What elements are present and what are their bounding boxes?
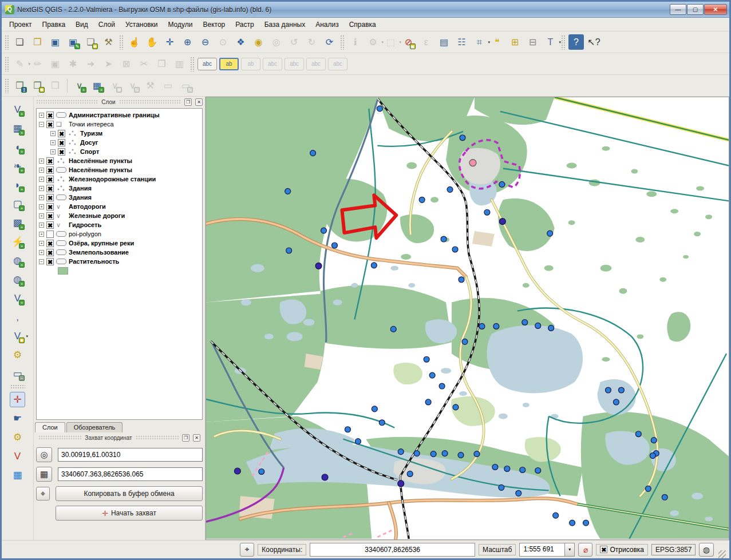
tree-expander[interactable]: + xyxy=(50,140,56,145)
dock-tab-1[interactable]: Слои xyxy=(35,422,65,432)
layer-item[interactable]: +✖Железнодорожные станции xyxy=(38,174,201,184)
tree-expander[interactable]: + xyxy=(50,149,56,154)
layer-item[interactable]: +✖Здания xyxy=(38,193,201,202)
zoom-out-icon[interactable]: ⊖ xyxy=(197,34,213,50)
layer-visibility-checkbox[interactable]: ✖ xyxy=(46,157,54,165)
toolbar-handle[interactable] xyxy=(190,57,195,72)
layer-visibility-checkbox[interactable]: ✖ xyxy=(46,212,54,220)
tree-expander[interactable]: + xyxy=(39,232,44,237)
menu-3[interactable]: Вид xyxy=(70,19,93,30)
zoom-in-icon[interactable]: ⊕ xyxy=(180,34,195,50)
new-raster-layer-icon[interactable]: ▦+ xyxy=(89,78,105,93)
toolbar-handle[interactable] xyxy=(340,35,345,50)
crs-status-button[interactable]: ◍ xyxy=(699,543,713,557)
remove-layer-icon[interactable]: ▭− xyxy=(10,366,25,382)
add-oracle-layer-icon[interactable]: ▢+ xyxy=(10,196,25,212)
start-capture-button[interactable]: ✛ Начать захват xyxy=(56,506,203,521)
layer-item[interactable]: −✖❏Точки интереса xyxy=(38,120,201,129)
deselect-features-icon[interactable]: ⊘▣ xyxy=(401,34,416,50)
layer-item[interactable]: +✖Озёра, крупные реки xyxy=(38,239,201,248)
layer-visibility-checkbox[interactable]: ✖ xyxy=(46,203,54,211)
float-panel-button[interactable]: ❐ xyxy=(182,434,189,442)
add-spatialite-layer-icon[interactable]: ❧+ xyxy=(10,158,25,174)
layer-label[interactable]: Здания xyxy=(69,194,92,201)
geo-coords-input[interactable] xyxy=(58,448,203,462)
composer-manager-icon[interactable]: ⚒ xyxy=(101,34,116,50)
layer-label[interactable]: Землепользование xyxy=(69,249,129,256)
topology-checker-icon[interactable]: ▦ xyxy=(10,467,25,483)
close-button[interactable]: ✕ xyxy=(704,4,727,15)
float-panel-button[interactable]: ❐ xyxy=(184,98,192,106)
add-db2-layer-icon[interactable]: ▩+ xyxy=(10,215,25,231)
layer-label[interactable]: Железные дороги xyxy=(69,212,125,219)
chevron-down-icon[interactable]: ▾ xyxy=(26,334,28,339)
help-contents-icon[interactable]: ? xyxy=(568,34,584,50)
layer-item[interactable]: +✖Здания xyxy=(38,184,201,193)
add-vector-layer-icon[interactable]: V+ xyxy=(10,102,25,117)
coordinate-capture-icon[interactable]: ✛ xyxy=(10,392,25,407)
tree-expander[interactable]: − xyxy=(39,122,44,127)
layer-item[interactable]: +✖∨Железные дороги xyxy=(38,211,201,220)
import-osm-icon[interactable]: ❒✱ xyxy=(30,78,45,93)
maximize-button[interactable]: ▢ xyxy=(687,4,704,15)
new-vector-layer-icon[interactable]: ∨+ xyxy=(72,78,87,93)
tree-expander[interactable]: + xyxy=(39,158,44,164)
layer-visibility-checkbox[interactable]: ✖ xyxy=(46,221,54,229)
layer-visibility-checkbox[interactable]: ✖ xyxy=(46,249,54,256)
tree-expander[interactable]: + xyxy=(39,186,44,191)
layer-label[interactable]: Административные границы xyxy=(69,112,160,118)
toolbar-handle[interactable] xyxy=(10,384,25,389)
text-annotation-icon[interactable]: T▾ xyxy=(543,34,558,50)
layer-item[interactable]: +✖Населённые пункты xyxy=(38,165,201,174)
add-wcs-layer-icon[interactable]: ◍+ xyxy=(10,253,25,268)
new-shapefile-layer-icon[interactable]: V✱▾ xyxy=(10,328,25,344)
layer-label[interactable]: Растительность xyxy=(69,258,119,265)
layer-item[interactable]: +✖Административные границы xyxy=(38,110,201,120)
layer-label[interactable]: Спорт xyxy=(80,148,99,155)
layer-item[interactable]: +✖Землепользование xyxy=(38,248,201,257)
show-bookmarks-icon[interactable]: ⊟ xyxy=(525,34,540,50)
layer-item[interactable]: +✖∨Автодороги xyxy=(38,202,201,211)
menu-6[interactable]: Модули xyxy=(163,19,197,30)
menu-4[interactable]: Слой xyxy=(93,19,120,30)
field-calculator-icon[interactable]: ☷ xyxy=(454,34,469,50)
tree-expander[interactable]: + xyxy=(39,241,44,246)
add-wms-layer-icon[interactable]: ⚡+ xyxy=(10,234,25,249)
tree-expander[interactable]: + xyxy=(39,213,44,219)
new-print-composer-icon[interactable]: ❏✱ xyxy=(83,34,98,50)
layer-visibility-checkbox[interactable]: ✖ xyxy=(46,166,54,174)
layer-item[interactable]: +✖Туризм xyxy=(38,129,201,138)
pan-map-icon[interactable]: ✋ xyxy=(144,34,160,50)
osm-place-search-icon[interactable]: ☛ xyxy=(10,411,25,426)
osm-edit-vector-icon[interactable]: V xyxy=(10,448,25,464)
menu-5[interactable]: Установки xyxy=(120,19,163,30)
menu-11[interactable]: Справка xyxy=(344,19,381,30)
capture-grid-button[interactable]: ▦ xyxy=(36,467,52,482)
measure-icon[interactable]: ⌗▾ xyxy=(472,34,487,50)
tree-expander[interactable]: + xyxy=(39,168,44,173)
dock-tab-2[interactable]: Обозреватель xyxy=(66,422,123,432)
layer-visibility-checkbox[interactable]: ✖ xyxy=(46,176,54,183)
capture-crs-button[interactable]: ◎ xyxy=(36,447,52,462)
epsg-button[interactable]: EPSG:3857 xyxy=(651,544,696,555)
toolbar-handle[interactable] xyxy=(119,35,124,50)
refresh-map-icon[interactable]: ⟳ xyxy=(322,34,337,50)
delimited-text-comma-icon[interactable]: , xyxy=(10,309,25,325)
layer-visibility-checkbox[interactable]: ✖ xyxy=(46,185,54,192)
layer-label[interactable]: Озёра, крупные реки xyxy=(69,240,134,247)
layer-visibility-checkbox[interactable]: ✖ xyxy=(58,148,65,156)
close-panel-button[interactable]: ✕ xyxy=(193,434,200,442)
touch-zoom-pan-icon[interactable]: ☝ xyxy=(127,34,142,50)
layer-visibility-checkbox[interactable]: ✖ xyxy=(46,112,54,119)
menu-9[interactable]: База данных xyxy=(259,19,310,30)
osm-download-icon[interactable]: ⚙ xyxy=(10,430,25,445)
chevron-down-icon[interactable]: ▾ xyxy=(564,543,574,556)
layer-visibility-checkbox[interactable]: ✖ xyxy=(46,121,54,128)
layer-label[interactable]: Населённые пункты xyxy=(69,157,132,164)
layer-visibility-checkbox[interactable]: ✖ xyxy=(46,258,54,265)
toolbar-handle[interactable] xyxy=(5,35,9,50)
map-tips-icon[interactable]: ❝ xyxy=(489,34,505,50)
tree-expander[interactable]: + xyxy=(39,177,44,182)
copy-to-clipboard-button[interactable]: Копировать в буфер обмена xyxy=(56,486,203,501)
stop-render-button[interactable]: ⌀ xyxy=(578,543,592,557)
